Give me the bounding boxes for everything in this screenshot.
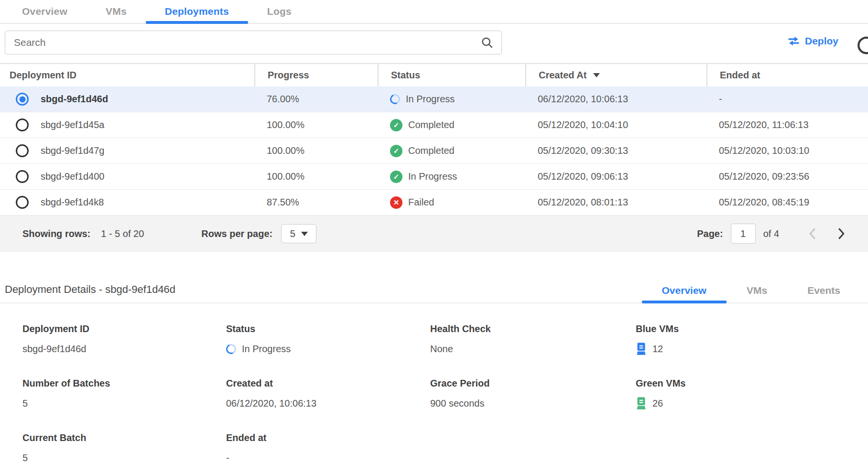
- field-label: Number of Batches: [22, 378, 226, 389]
- tab-vms[interactable]: VMs: [87, 0, 146, 23]
- toolbar-row: Deploy: [0, 24, 868, 62]
- row-radio[interactable]: [16, 118, 29, 131]
- previous-page-chevron-icon[interactable]: [798, 227, 827, 240]
- in-progress-spinner-icon: [225, 343, 238, 356]
- field-label: Green VMs: [636, 378, 868, 389]
- created-at-value: 05/12/2020, 09:30:13: [525, 145, 706, 156]
- field-value: 900 seconds: [430, 398, 484, 409]
- progress-value: 76.00%: [254, 94, 378, 105]
- field-label: Ended at: [226, 432, 430, 443]
- field-health-check: Health Check None: [430, 323, 636, 356]
- deployment-id: sbgd-9ef1d46d: [41, 94, 108, 105]
- field-current-batch: Current Batch 5: [22, 432, 226, 464]
- status-label: In Progress: [406, 94, 455, 105]
- row-radio[interactable]: [16, 196, 29, 209]
- ended-at-value: 05/12/2020, 08:45:19: [706, 197, 868, 208]
- column-header-status[interactable]: Status: [378, 64, 525, 86]
- created-at-value: 05/12/2020, 09:06:13: [525, 171, 706, 182]
- vm-green-icon: [636, 397, 647, 410]
- field-value: In Progress: [242, 344, 291, 355]
- field-value: 26: [652, 398, 663, 409]
- ended-at-value: 05/12/2020, 10:03:10: [706, 145, 868, 156]
- showing-rows-value: 1 - 5 of 20: [101, 228, 144, 239]
- next-page-chevron-icon[interactable]: [827, 227, 856, 240]
- field-status: Status In Progress: [226, 323, 430, 356]
- table-row[interactable]: sbgd-9ef1d46d 76.00% In Progress 06/12/2…: [0, 86, 868, 112]
- swap-arrows-icon: [787, 36, 800, 46]
- details-tab-vms[interactable]: VMs: [727, 279, 787, 302]
- deploy-button-label: Deploy: [805, 35, 838, 47]
- progress-value: 87.50%: [254, 197, 378, 208]
- table-footer: Showing rows: 1 - 5 of 20 Rows per page:…: [0, 215, 868, 252]
- table-header: Deployment ID Progress Status Created At…: [0, 64, 868, 86]
- table-row[interactable]: sbgd-9ef1d400 100.00% In Progress 05/12/…: [0, 164, 868, 190]
- completed-check-icon: [390, 145, 402, 157]
- field-value: 5: [22, 398, 28, 409]
- details-tab-events[interactable]: Events: [787, 279, 860, 302]
- rows-per-page-select[interactable]: 5: [281, 224, 316, 243]
- details-header: Deployment Details - sbgd-9ef1d46d Overv…: [0, 279, 868, 303]
- field-ended-at: Ended at -: [226, 432, 430, 464]
- progress-value: 100.00%: [254, 171, 378, 182]
- created-at-value: 05/12/2020, 08:01:13: [525, 197, 706, 208]
- page-label: Page:: [697, 228, 723, 239]
- column-header-progress[interactable]: Progress: [254, 64, 378, 86]
- details-tabbar: Overview VMs Events: [642, 279, 860, 302]
- status-label: In Progress: [408, 171, 457, 182]
- deployment-id: sbgd-9ef1d47g: [41, 145, 104, 156]
- chevron-down-icon: [301, 232, 308, 236]
- deployments-page: Overview VMs Deployments Logs D: [0, 0, 868, 474]
- completed-check-icon: [390, 119, 402, 131]
- field-value: 5: [22, 452, 28, 463]
- field-label: Blue VMs: [636, 323, 868, 334]
- main-tabbar: Overview VMs Deployments Logs: [0, 0, 868, 24]
- column-header-created-at[interactable]: Created At: [525, 64, 706, 86]
- refresh-icon[interactable]: [855, 34, 868, 57]
- column-header-deployment-id[interactable]: Deployment ID: [0, 64, 254, 86]
- table-row[interactable]: sbgd-9ef1d47g 100.00% Completed 05/12/20…: [0, 138, 868, 164]
- field-value: 06/12/2020, 10:06:13: [226, 398, 316, 409]
- progress-value: 100.00%: [254, 145, 378, 156]
- field-value: sbgd-9ef1d46d: [22, 344, 86, 355]
- rows-per-page-value: 5: [290, 228, 295, 239]
- deploy-button[interactable]: Deploy: [787, 35, 838, 47]
- status-label: Completed: [408, 145, 455, 156]
- search-icon: [480, 36, 494, 49]
- ended-at-value: -: [706, 94, 868, 105]
- deployments-table: Deployment ID Progress Status Created At…: [0, 63, 868, 252]
- field-label: Created at: [226, 378, 430, 389]
- row-radio[interactable]: [16, 144, 29, 157]
- tab-overview[interactable]: Overview: [3, 0, 87, 23]
- field-label: Status: [226, 323, 430, 334]
- details-title: Deployment Details - sbgd-9ef1d46d: [0, 283, 175, 302]
- ended-at-value: 05/12/2020, 09:23:56: [706, 171, 868, 182]
- table-row[interactable]: sbgd-9ef1d45a 100.00% Completed 05/12/20…: [0, 112, 868, 138]
- details-grid: Deployment ID sbgd-9ef1d46d Status In Pr…: [0, 303, 868, 464]
- table-row[interactable]: sbgd-9ef1d4k8 87.50% Failed 05/12/2020, …: [0, 190, 868, 215]
- created-at-label: Created At: [539, 70, 586, 81]
- in-progress-spinner-icon: [389, 93, 401, 106]
- row-radio-selected[interactable]: [16, 93, 29, 106]
- search-input[interactable]: [5, 37, 480, 48]
- page-input[interactable]: [731, 224, 756, 244]
- column-header-ended-at[interactable]: Ended at: [706, 64, 868, 86]
- rows-per-page-label: Rows per page:: [201, 228, 272, 239]
- field-created-at: Created at 06/12/2020, 10:06:13: [226, 378, 430, 410]
- page-total: of 4: [763, 228, 779, 239]
- status-label: Completed: [408, 119, 455, 130]
- progress-value: 100.00%: [254, 119, 378, 130]
- failed-x-icon: [390, 196, 402, 209]
- field-label: Grace Period: [430, 378, 636, 389]
- search-box: [5, 31, 502, 54]
- details-tab-overview[interactable]: Overview: [642, 279, 727, 302]
- row-radio[interactable]: [16, 170, 29, 183]
- status-label: Failed: [408, 197, 434, 208]
- field-label: Health Check: [430, 323, 636, 334]
- field-value: -: [226, 452, 229, 463]
- field-deployment-id: Deployment ID sbgd-9ef1d46d: [22, 323, 226, 356]
- field-number-of-batches: Number of Batches 5: [22, 378, 226, 410]
- tab-deployments[interactable]: Deployments: [146, 0, 248, 23]
- tab-logs[interactable]: Logs: [248, 0, 311, 23]
- deployment-id: sbgd-9ef1d400: [41, 171, 104, 182]
- ended-at-value: 05/12/2020, 11:06:13: [706, 119, 868, 130]
